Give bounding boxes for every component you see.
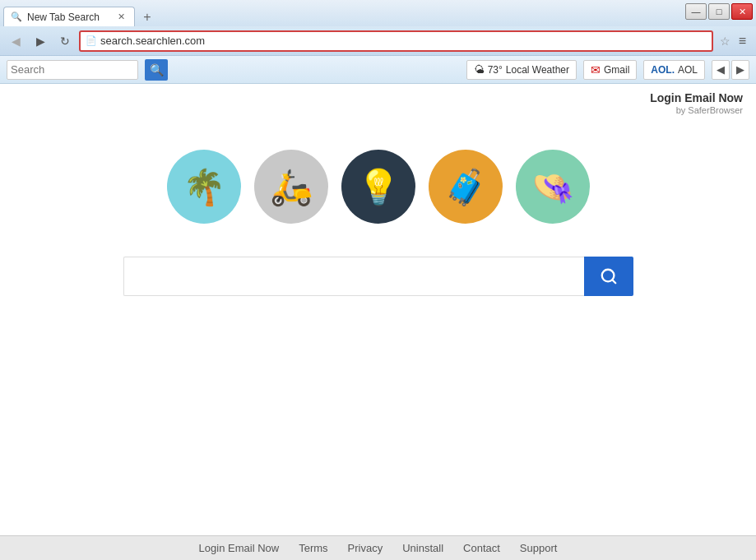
- address-text: search.searchlen.com: [100, 35, 707, 47]
- toolbar-forward-button[interactable]: ▶: [731, 60, 749, 80]
- weather-temp: 73°: [488, 64, 503, 76]
- page-content: Login Email Now by SaferBrowser 🌴 🛵 💡 🧳 …: [0, 84, 756, 535]
- tab-close-button[interactable]: ✕: [115, 11, 128, 23]
- toolbar-search-input[interactable]: [11, 63, 101, 76]
- footer-contact[interactable]: Contact: [463, 542, 500, 554]
- weather-label: Local Weather: [506, 64, 569, 76]
- browser-tab[interactable]: 🔍 New Tab Search ✕: [3, 7, 135, 26]
- login-email-now-header-link[interactable]: Login Email Now: [650, 91, 743, 104]
- maximize-button[interactable]: □: [708, 3, 730, 20]
- gmail-link[interactable]: ✉ Gmail: [583, 60, 637, 80]
- bookmarks-toolbar: 🔍 🌤 73° Local Weather ✉ Gmail AOL. AOL ◀…: [0, 56, 756, 84]
- window-controls: — □ ✕: [685, 3, 753, 20]
- footer-terms[interactable]: Terms: [299, 542, 327, 554]
- window-chrome: 🔍 New Tab Search ✕ + — □ ✕ ◀ ▶ ↻ 📄 searc…: [0, 0, 756, 84]
- browser-menu-button[interactable]: ≡: [734, 32, 751, 50]
- hat-icon[interactable]: 👒: [516, 150, 590, 224]
- main-search-button[interactable]: [584, 257, 633, 296]
- search-icon: [600, 267, 618, 285]
- gmail-icon: ✉: [591, 63, 601, 76]
- tab-area: 🔍 New Tab Search ✕ +: [3, 0, 156, 26]
- toolbar-nav-buttons: ◀ ▶: [712, 60, 749, 80]
- by-safer-browser-text: by SaferBrowser: [650, 105, 743, 115]
- icons-row: 🌴 🛵 💡 🧳 👒: [167, 150, 590, 224]
- footer-privacy[interactable]: Privacy: [348, 542, 383, 554]
- tab-title: New Tab Search: [27, 12, 110, 23]
- scooter-icon[interactable]: 🛵: [254, 150, 328, 224]
- footer-login-email-now[interactable]: Login Email Now: [199, 542, 280, 554]
- login-area: Login Email Now by SaferBrowser: [650, 90, 743, 115]
- title-bar: 🔍 New Tab Search ✕ + — □ ✕: [0, 0, 756, 26]
- toolbar-search-button[interactable]: 🔍: [145, 59, 168, 81]
- forward-button[interactable]: ▶: [30, 30, 51, 52]
- idea-icon[interactable]: 💡: [341, 150, 415, 224]
- main-search-bar: [123, 257, 633, 296]
- bookmark-button[interactable]: ☆: [720, 35, 730, 48]
- new-tab-button[interactable]: +: [138, 8, 156, 26]
- footer: Login Email Now Terms Privacy Uninstall …: [0, 535, 756, 560]
- weather-icon: 🌤: [474, 63, 485, 76]
- toolbar-search-box[interactable]: [7, 60, 138, 80]
- toolbar-back-button[interactable]: ◀: [712, 60, 730, 80]
- address-page-icon: 📄: [86, 35, 97, 46]
- footer-uninstall[interactable]: Uninstall: [402, 542, 443, 554]
- close-button[interactable]: ✕: [731, 3, 753, 20]
- luggage-icon[interactable]: 🧳: [429, 150, 503, 224]
- aol-link[interactable]: AOL. AOL: [643, 60, 705, 80]
- minimize-button[interactable]: —: [685, 3, 707, 20]
- tab-favicon: 🔍: [11, 12, 22, 22]
- navigation-bar: ◀ ▶ ↻ 📄 search.searchlen.com ☆ ≡: [0, 26, 756, 56]
- aol-logo: AOL.: [651, 64, 675, 76]
- address-bar[interactable]: 📄 search.searchlen.com: [79, 30, 713, 52]
- palm-tree-icon[interactable]: 🌴: [167, 150, 241, 224]
- svg-line-1: [612, 280, 615, 283]
- aol-label: AOL: [678, 64, 698, 76]
- back-button[interactable]: ◀: [5, 30, 26, 52]
- gmail-label: Gmail: [604, 64, 629, 76]
- refresh-button[interactable]: ↻: [54, 30, 76, 52]
- footer-support[interactable]: Support: [520, 542, 558, 554]
- main-search-input[interactable]: [123, 257, 584, 296]
- local-weather-link[interactable]: 🌤 73° Local Weather: [466, 60, 577, 80]
